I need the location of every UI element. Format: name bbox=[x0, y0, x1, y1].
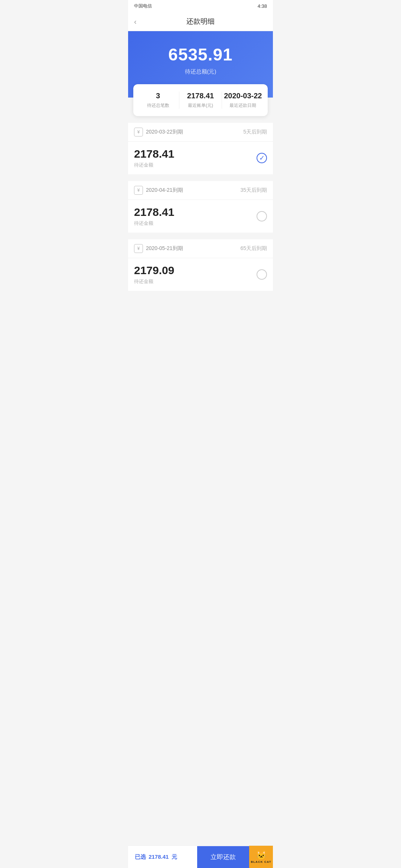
repayment-date-left-3: ¥ 2020-05-21到期 bbox=[134, 244, 183, 253]
carrier-signal: 中国电信 bbox=[134, 3, 152, 9]
repayment-amount-3: 2179.09 bbox=[134, 264, 174, 277]
time: 4:38 bbox=[258, 3, 267, 9]
repayment-item-3: ¥ 2020-05-21到期 65天后到期 2179.09 待还金额 bbox=[128, 239, 273, 291]
summary-bill-key: 最近账单(元) bbox=[179, 102, 221, 109]
summary-date-key: 最近还款日期 bbox=[222, 102, 264, 109]
repayment-amount-section-1: 2178.41 待还金额 bbox=[134, 148, 174, 168]
divider-2 bbox=[128, 236, 273, 239]
repayment-amount-section-3: 2179.09 待还金额 bbox=[134, 264, 174, 285]
summary-item-recent-date: 2020-03-22 最近还款日期 bbox=[222, 92, 264, 109]
due-days-1: 5天后到期 bbox=[243, 129, 267, 135]
summary-item-count: 3 待还总笔数 bbox=[137, 92, 179, 109]
repayment-date-left-1: ¥ 2020-03-22到期 bbox=[134, 128, 183, 137]
repayment-item-1: ¥ 2020-03-22到期 5天后到期 2178.41 待还金额 ✓ bbox=[128, 123, 273, 174]
radio-button-2[interactable] bbox=[257, 211, 267, 221]
repayment-sublabel-2: 待还金额 bbox=[134, 220, 174, 227]
time-display: 4:38 bbox=[258, 3, 267, 9]
repayment-sublabel-1: 待还金额 bbox=[134, 162, 174, 168]
summary-bill-value: 2178.41 bbox=[179, 92, 221, 100]
yuan-icon-2: ¥ bbox=[134, 186, 143, 195]
repayment-header-3: ¥ 2020-05-21到期 65天后到期 bbox=[128, 239, 273, 258]
status-bar: 中国电信 4:38 bbox=[128, 0, 273, 12]
repayment-body-3: 2179.09 待还金额 bbox=[128, 258, 273, 291]
repayment-body-1: 2178.41 待还金额 ✓ bbox=[128, 142, 273, 174]
back-button[interactable]: ‹ bbox=[134, 17, 137, 26]
page-title: 还款明细 bbox=[186, 17, 215, 26]
due-days-2: 35天后到期 bbox=[240, 187, 267, 194]
total-amount: 6535.91 bbox=[136, 45, 265, 65]
due-days-3: 65天后到期 bbox=[240, 245, 267, 252]
repayment-item-2: ¥ 2020-04-21到期 35天后到期 2178.41 待还金额 bbox=[128, 181, 273, 233]
repayment-amount-1: 2178.41 bbox=[134, 148, 174, 160]
repayment-date-left-2: ¥ 2020-04-21到期 bbox=[134, 186, 183, 195]
repayment-amount-2: 2178.41 bbox=[134, 206, 174, 218]
radio-button-1[interactable]: ✓ bbox=[257, 153, 267, 163]
summary-card: 3 待还总笔数 2178.41 最近账单(元) 2020-03-22 最近还款日… bbox=[133, 84, 268, 116]
repayment-amount-section-2: 2178.41 待还金额 bbox=[134, 206, 174, 227]
repayment-sublabel-3: 待还金额 bbox=[134, 278, 174, 285]
summary-date-value: 2020-03-22 bbox=[222, 92, 264, 100]
summary-item-recent-bill: 2178.41 最近账单(元) bbox=[179, 92, 221, 109]
repayment-list: ¥ 2020-03-22到期 5天后到期 2178.41 待还金额 ✓ ¥ 20… bbox=[128, 123, 273, 291]
due-date-1: 2020-03-22到期 bbox=[146, 129, 183, 135]
page-header: ‹ 还款明细 bbox=[128, 12, 273, 31]
divider-1 bbox=[128, 178, 273, 181]
total-label: 待还总额(元) bbox=[136, 68, 265, 75]
radio-button-3[interactable] bbox=[257, 269, 267, 280]
yuan-icon-3: ¥ bbox=[134, 244, 143, 253]
repayment-header-1: ¥ 2020-03-22到期 5天后到期 bbox=[128, 123, 273, 142]
summary-count-key: 待还总笔数 bbox=[137, 102, 179, 109]
due-date-2: 2020-04-21到期 bbox=[146, 187, 183, 194]
yuan-icon-1: ¥ bbox=[134, 128, 143, 137]
check-icon-1: ✓ bbox=[259, 154, 265, 162]
repayment-body-2: 2178.41 待还金额 bbox=[128, 200, 273, 233]
due-date-3: 2020-05-21到期 bbox=[146, 245, 183, 252]
summary-count-value: 3 bbox=[137, 92, 179, 100]
repayment-header-2: ¥ 2020-04-21到期 35天后到期 bbox=[128, 181, 273, 200]
